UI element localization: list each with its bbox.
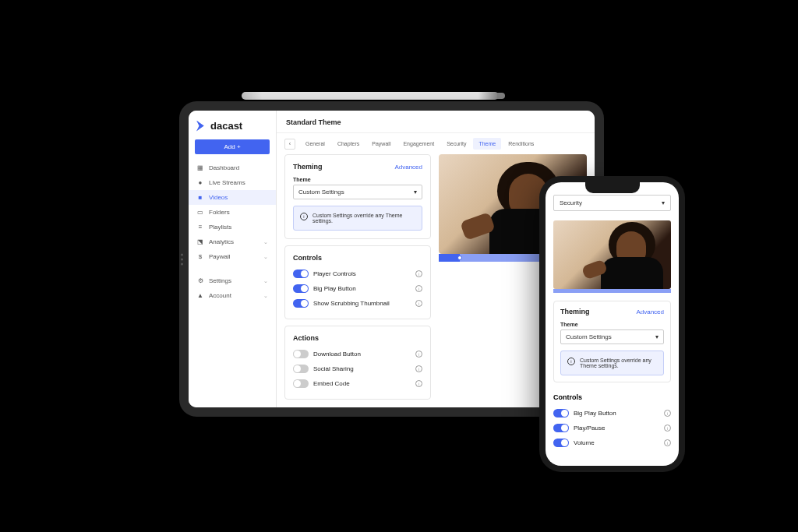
phone-controls-title: Controls <box>553 393 671 401</box>
chevron-down-icon: ▾ <box>655 333 659 340</box>
toggle-switch[interactable] <box>293 299 309 308</box>
playlist-icon: ≡ <box>196 224 204 231</box>
tab-security[interactable]: Security <box>441 138 471 150</box>
toggle-switch[interactable] <box>553 439 569 447</box>
paywall-icon: $ <box>196 254 204 260</box>
phone-device: Security▾ ThemingAdvanced Theme Custom S… <box>539 176 685 472</box>
chevron-down-icon: ▾ <box>662 199 665 206</box>
tab-theme[interactable]: Theme <box>473 138 501 150</box>
folder-icon: ▭ <box>196 210 204 216</box>
chevron-down-icon: ▾ <box>414 188 417 196</box>
tab-general[interactable]: General <box>300 138 330 150</box>
phone-video-preview[interactable] <box>553 220 671 289</box>
live-icon: ● <box>196 180 204 186</box>
theme-field-label: Theme <box>293 177 422 182</box>
info-icon[interactable]: i <box>415 285 422 292</box>
controls-title: Controls <box>293 254 422 262</box>
user-icon: ▲ <box>196 293 204 299</box>
info-icon: i <box>567 358 575 365</box>
phone-info-box: iCustom Settings override any Theme sett… <box>560 351 664 375</box>
brand-name: dacast <box>210 120 242 132</box>
phone-theme-label: Theme <box>560 322 664 327</box>
toggle-embed: Embed Codei <box>293 376 422 391</box>
phone-toggle-volume: Volumei <box>553 435 671 450</box>
add-button[interactable]: Add + <box>195 139 270 154</box>
sidebar: dacast Add + ▦Dashboard ●Live Streams ■V… <box>189 111 277 407</box>
page-title: Standard Theme <box>277 111 595 133</box>
info-icon: i <box>300 213 308 220</box>
toggle-download: Download Buttoni <box>293 347 422 361</box>
phone-theme-select[interactable]: Custom Settings▾ <box>560 329 664 344</box>
sidebar-item-paywall[interactable]: $Paywall⌄ <box>189 249 276 264</box>
sidebar-item-account[interactable]: ▲Account⌄ <box>189 288 276 303</box>
tab-renditions[interactable]: Renditions <box>503 138 539 150</box>
info-icon[interactable]: i <box>664 425 671 432</box>
phone-tab-select[interactable]: Security▾ <box>553 195 671 211</box>
sidebar-item-livestreams[interactable]: ●Live Streams <box>189 175 276 190</box>
tab-paywall[interactable]: Paywall <box>366 138 396 150</box>
chevron-down-icon: ⌄ <box>263 278 268 284</box>
phone-toggle-big-play: Big Play Buttoni <box>553 406 671 421</box>
info-box: i Custom Settings override any Theme set… <box>293 206 422 231</box>
phone-theming-panel: ThemingAdvanced Theme Custom Settings▾ i… <box>553 301 671 382</box>
actions-panel: Actions Download Buttoni Social Sharingi… <box>284 326 431 400</box>
sidebar-item-folders[interactable]: ▭Folders <box>189 205 276 220</box>
chevron-down-icon: ⌄ <box>263 293 268 299</box>
back-button[interactable]: ‹ <box>284 139 295 150</box>
chevron-down-icon: ⌄ <box>263 239 268 245</box>
analytics-icon: ⬔ <box>196 239 204 245</box>
advanced-link[interactable]: Advanced <box>394 164 422 171</box>
info-icon[interactable]: i <box>415 300 422 307</box>
toggle-big-play: Big Play Buttoni <box>293 281 422 296</box>
info-icon[interactable]: i <box>664 410 671 417</box>
tab-engagement[interactable]: Engagement <box>397 138 440 150</box>
brand-logo: dacast <box>189 111 276 139</box>
toggle-switch[interactable] <box>293 365 309 373</box>
sidebar-item-settings[interactable]: ⚙Settings⌄ <box>189 273 276 288</box>
sidebar-item-dashboard[interactable]: ▦Dashboard <box>189 160 276 175</box>
info-icon[interactable]: i <box>415 380 422 387</box>
dashboard-icon: ▦ <box>196 165 204 171</box>
info-icon[interactable]: i <box>415 270 422 277</box>
toggle-switch[interactable] <box>553 424 569 432</box>
toggle-player-controls: Player Controlsi <box>293 266 422 281</box>
chevron-down-icon: ⌄ <box>263 254 268 260</box>
tab-chapters[interactable]: Chapters <box>332 138 365 150</box>
toggle-scrubbing: Show Scrubbing Thumbnaili <box>293 296 422 311</box>
phone-advanced-link[interactable]: Advanced <box>636 308 664 315</box>
phone-controls-panel: Controls Big Play Buttoni Play/Pausei Vo… <box>553 390 671 450</box>
sidebar-item-analytics[interactable]: ⬔Analytics⌄ <box>189 234 276 249</box>
video-icon: ■ <box>196 195 204 201</box>
stylus-pen <box>242 92 499 100</box>
sidebar-item-playlists[interactable]: ≡Playlists <box>189 220 276 234</box>
controls-panel: Controls Player Controlsi Big Play Butto… <box>284 245 431 319</box>
toggle-social: Social Sharingi <box>293 361 422 376</box>
sidebar-item-videos[interactable]: ■Videos <box>189 190 276 205</box>
theming-panel: Theming Advanced Theme Custom Settings ▾… <box>284 154 431 239</box>
toggle-switch[interactable] <box>293 270 309 278</box>
gear-icon: ⚙ <box>196 278 204 284</box>
toggle-switch[interactable] <box>293 350 309 358</box>
phone-toggle-play-pause: Play/Pausei <box>553 421 671 435</box>
phone-video-progress[interactable] <box>553 289 671 293</box>
actions-title: Actions <box>293 334 422 342</box>
info-icon[interactable]: i <box>415 351 422 358</box>
info-icon[interactable]: i <box>664 439 671 446</box>
phone-theming-title: Theming <box>560 308 590 315</box>
theming-title: Theming <box>293 163 323 171</box>
toggle-switch[interactable] <box>293 379 309 388</box>
logo-icon <box>196 121 207 132</box>
info-icon[interactable]: i <box>415 365 422 372</box>
toggle-switch[interactable] <box>293 284 309 293</box>
phone-notch <box>585 182 640 193</box>
theme-select[interactable]: Custom Settings ▾ <box>293 185 422 199</box>
toggle-switch[interactable] <box>553 409 569 417</box>
tablet-home-indicator <box>181 253 183 265</box>
tabs: ‹ General Chapters Paywall Engagement Se… <box>277 133 595 154</box>
